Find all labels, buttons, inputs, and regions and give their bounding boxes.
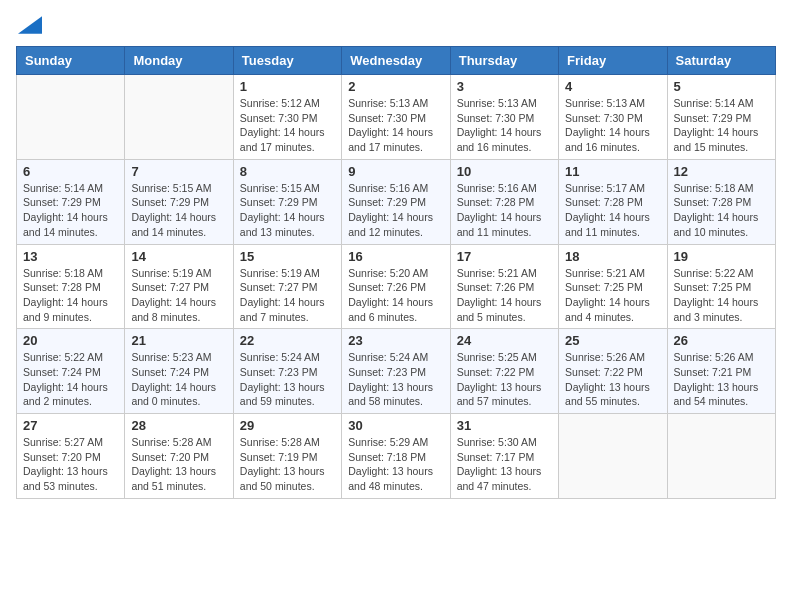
day-number: 14 (131, 249, 226, 264)
calendar-cell: 19Sunrise: 5:22 AM Sunset: 7:25 PM Dayli… (667, 244, 775, 329)
calendar-cell: 5Sunrise: 5:14 AM Sunset: 7:29 PM Daylig… (667, 75, 775, 160)
day-info: Sunrise: 5:22 AM Sunset: 7:24 PM Dayligh… (23, 350, 118, 409)
calendar-cell: 3Sunrise: 5:13 AM Sunset: 7:30 PM Daylig… (450, 75, 558, 160)
day-info: Sunrise: 5:21 AM Sunset: 7:25 PM Dayligh… (565, 266, 660, 325)
logo-icon (18, 16, 42, 34)
day-info: Sunrise: 5:22 AM Sunset: 7:25 PM Dayligh… (674, 266, 769, 325)
day-info: Sunrise: 5:24 AM Sunset: 7:23 PM Dayligh… (348, 350, 443, 409)
day-info: Sunrise: 5:13 AM Sunset: 7:30 PM Dayligh… (565, 96, 660, 155)
calendar-cell: 1Sunrise: 5:12 AM Sunset: 7:30 PM Daylig… (233, 75, 341, 160)
day-number: 30 (348, 418, 443, 433)
calendar-week-5: 27Sunrise: 5:27 AM Sunset: 7:20 PM Dayli… (17, 414, 776, 499)
day-number: 9 (348, 164, 443, 179)
calendar-cell: 17Sunrise: 5:21 AM Sunset: 7:26 PM Dayli… (450, 244, 558, 329)
day-number: 18 (565, 249, 660, 264)
day-info: Sunrise: 5:18 AM Sunset: 7:28 PM Dayligh… (23, 266, 118, 325)
day-number: 24 (457, 333, 552, 348)
day-info: Sunrise: 5:12 AM Sunset: 7:30 PM Dayligh… (240, 96, 335, 155)
day-info: Sunrise: 5:26 AM Sunset: 7:21 PM Dayligh… (674, 350, 769, 409)
calendar-cell: 27Sunrise: 5:27 AM Sunset: 7:20 PM Dayli… (17, 414, 125, 499)
day-info: Sunrise: 5:29 AM Sunset: 7:18 PM Dayligh… (348, 435, 443, 494)
day-info: Sunrise: 5:28 AM Sunset: 7:20 PM Dayligh… (131, 435, 226, 494)
calendar-cell: 29Sunrise: 5:28 AM Sunset: 7:19 PM Dayli… (233, 414, 341, 499)
day-info: Sunrise: 5:27 AM Sunset: 7:20 PM Dayligh… (23, 435, 118, 494)
day-info: Sunrise: 5:17 AM Sunset: 7:28 PM Dayligh… (565, 181, 660, 240)
day-number: 29 (240, 418, 335, 433)
day-number: 5 (674, 79, 769, 94)
day-info: Sunrise: 5:19 AM Sunset: 7:27 PM Dayligh… (131, 266, 226, 325)
day-number: 28 (131, 418, 226, 433)
calendar-cell: 16Sunrise: 5:20 AM Sunset: 7:26 PM Dayli… (342, 244, 450, 329)
day-number: 21 (131, 333, 226, 348)
day-number: 27 (23, 418, 118, 433)
day-info: Sunrise: 5:20 AM Sunset: 7:26 PM Dayligh… (348, 266, 443, 325)
day-number: 15 (240, 249, 335, 264)
day-number: 7 (131, 164, 226, 179)
calendar-cell: 30Sunrise: 5:29 AM Sunset: 7:18 PM Dayli… (342, 414, 450, 499)
day-info: Sunrise: 5:24 AM Sunset: 7:23 PM Dayligh… (240, 350, 335, 409)
day-info: Sunrise: 5:18 AM Sunset: 7:28 PM Dayligh… (674, 181, 769, 240)
day-number: 13 (23, 249, 118, 264)
day-number: 6 (23, 164, 118, 179)
calendar-week-4: 20Sunrise: 5:22 AM Sunset: 7:24 PM Dayli… (17, 329, 776, 414)
calendar-cell: 8Sunrise: 5:15 AM Sunset: 7:29 PM Daylig… (233, 159, 341, 244)
day-number: 31 (457, 418, 552, 433)
day-info: Sunrise: 5:21 AM Sunset: 7:26 PM Dayligh… (457, 266, 552, 325)
calendar-cell: 25Sunrise: 5:26 AM Sunset: 7:22 PM Dayli… (559, 329, 667, 414)
day-info: Sunrise: 5:15 AM Sunset: 7:29 PM Dayligh… (131, 181, 226, 240)
day-header-saturday: Saturday (667, 47, 775, 75)
calendar-cell: 15Sunrise: 5:19 AM Sunset: 7:27 PM Dayli… (233, 244, 341, 329)
calendar-cell (559, 414, 667, 499)
calendar-cell (17, 75, 125, 160)
calendar-cell: 24Sunrise: 5:25 AM Sunset: 7:22 PM Dayli… (450, 329, 558, 414)
day-info: Sunrise: 5:25 AM Sunset: 7:22 PM Dayligh… (457, 350, 552, 409)
day-header-wednesday: Wednesday (342, 47, 450, 75)
calendar-cell: 6Sunrise: 5:14 AM Sunset: 7:29 PM Daylig… (17, 159, 125, 244)
calendar-week-2: 6Sunrise: 5:14 AM Sunset: 7:29 PM Daylig… (17, 159, 776, 244)
calendar-cell: 12Sunrise: 5:18 AM Sunset: 7:28 PM Dayli… (667, 159, 775, 244)
day-info: Sunrise: 5:16 AM Sunset: 7:29 PM Dayligh… (348, 181, 443, 240)
day-info: Sunrise: 5:26 AM Sunset: 7:22 PM Dayligh… (565, 350, 660, 409)
day-header-monday: Monday (125, 47, 233, 75)
calendar-table: SundayMondayTuesdayWednesdayThursdayFrid… (16, 46, 776, 499)
day-info: Sunrise: 5:19 AM Sunset: 7:27 PM Dayligh… (240, 266, 335, 325)
calendar-cell: 20Sunrise: 5:22 AM Sunset: 7:24 PM Dayli… (17, 329, 125, 414)
day-info: Sunrise: 5:28 AM Sunset: 7:19 PM Dayligh… (240, 435, 335, 494)
calendar-cell: 4Sunrise: 5:13 AM Sunset: 7:30 PM Daylig… (559, 75, 667, 160)
day-number: 22 (240, 333, 335, 348)
day-number: 10 (457, 164, 552, 179)
day-number: 2 (348, 79, 443, 94)
calendar-cell: 13Sunrise: 5:18 AM Sunset: 7:28 PM Dayli… (17, 244, 125, 329)
day-header-tuesday: Tuesday (233, 47, 341, 75)
day-number: 20 (23, 333, 118, 348)
day-number: 23 (348, 333, 443, 348)
day-number: 8 (240, 164, 335, 179)
day-info: Sunrise: 5:30 AM Sunset: 7:17 PM Dayligh… (457, 435, 552, 494)
logo (16, 16, 42, 34)
day-info: Sunrise: 5:14 AM Sunset: 7:29 PM Dayligh… (674, 96, 769, 155)
svg-marker-0 (18, 16, 42, 34)
day-info: Sunrise: 5:16 AM Sunset: 7:28 PM Dayligh… (457, 181, 552, 240)
calendar-cell: 22Sunrise: 5:24 AM Sunset: 7:23 PM Dayli… (233, 329, 341, 414)
calendar-cell: 21Sunrise: 5:23 AM Sunset: 7:24 PM Dayli… (125, 329, 233, 414)
calendar-cell (125, 75, 233, 160)
calendar-cell: 2Sunrise: 5:13 AM Sunset: 7:30 PM Daylig… (342, 75, 450, 160)
calendar-cell: 11Sunrise: 5:17 AM Sunset: 7:28 PM Dayli… (559, 159, 667, 244)
day-number: 19 (674, 249, 769, 264)
calendar-week-3: 13Sunrise: 5:18 AM Sunset: 7:28 PM Dayli… (17, 244, 776, 329)
day-info: Sunrise: 5:14 AM Sunset: 7:29 PM Dayligh… (23, 181, 118, 240)
calendar-cell: 26Sunrise: 5:26 AM Sunset: 7:21 PM Dayli… (667, 329, 775, 414)
day-info: Sunrise: 5:23 AM Sunset: 7:24 PM Dayligh… (131, 350, 226, 409)
calendar-week-1: 1Sunrise: 5:12 AM Sunset: 7:30 PM Daylig… (17, 75, 776, 160)
day-number: 17 (457, 249, 552, 264)
day-info: Sunrise: 5:15 AM Sunset: 7:29 PM Dayligh… (240, 181, 335, 240)
calendar-cell: 18Sunrise: 5:21 AM Sunset: 7:25 PM Dayli… (559, 244, 667, 329)
day-info: Sunrise: 5:13 AM Sunset: 7:30 PM Dayligh… (457, 96, 552, 155)
day-number: 26 (674, 333, 769, 348)
day-header-sunday: Sunday (17, 47, 125, 75)
day-number: 1 (240, 79, 335, 94)
day-number: 25 (565, 333, 660, 348)
day-number: 16 (348, 249, 443, 264)
day-number: 3 (457, 79, 552, 94)
calendar-cell (667, 414, 775, 499)
